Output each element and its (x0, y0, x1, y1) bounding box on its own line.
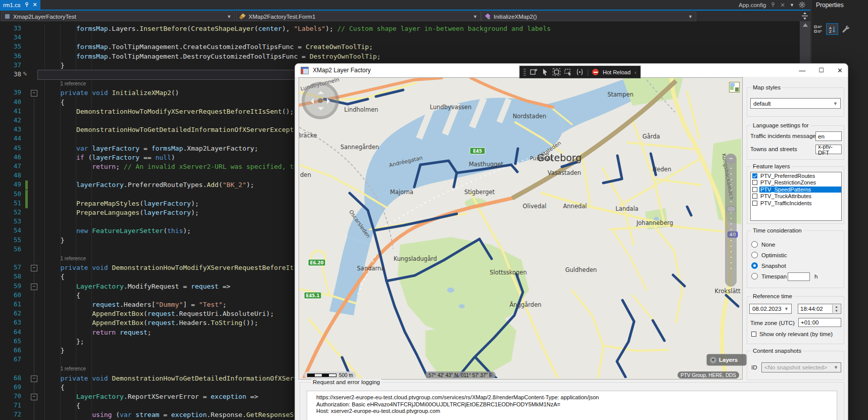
svg-text:Bräcke: Bräcke (299, 132, 317, 139)
layers-button[interactable]: ▼ Layers (706, 354, 747, 366)
zoom-slider[interactable]: + − (725, 154, 737, 287)
code-navigation-bar: Xmap2LayerFactoryTest ▼ XMap2FactoryTest… (0, 11, 810, 21)
map-control[interactable]: E45 E6.20 E45.1 40 Lundbyvassen Lindholm… (299, 77, 743, 380)
timezone-input[interactable]: +01:00 (798, 318, 841, 327)
track-focused-element-icon[interactable] (564, 68, 572, 76)
show-only-relevant-checkbox[interactable]: Show only relevant (by time) (751, 331, 833, 337)
checkbox[interactable] (752, 173, 757, 178)
feature-layer-item[interactable]: PTV_PreferredRoutes (751, 172, 841, 179)
checkbox[interactable] (752, 201, 757, 206)
show-in-source-icon[interactable] (530, 68, 538, 76)
feature-layers-group: Feature layers PTV_PreferredRoutesPTV_Re… (747, 166, 844, 224)
document-tab-strip: rm1.cs ✕ App.config ✕ ▼ (0, 0, 868, 10)
background-doc-title[interactable]: App.config (739, 2, 766, 8)
minimize-button[interactable]: — (799, 67, 805, 74)
split-editor-button[interactable] (800, 11, 810, 21)
maximize-button[interactable]: ☐ (818, 67, 824, 74)
group-title: Request and error logging (311, 379, 381, 385)
properties-title: Properties (816, 2, 844, 9)
feature-layer-item[interactable]: PTV_SpeedPatterns (751, 186, 841, 193)
close-button[interactable]: ✕ (837, 67, 843, 74)
code-line[interactable]: 35 formsMap.ToolTipManagement.CreateCust… (0, 42, 810, 52)
select-element-icon[interactable] (542, 68, 549, 76)
scale-bar (307, 374, 336, 377)
member-dropdown[interactable]: InitializeXMap2() ▼ (481, 12, 696, 21)
time-picker[interactable]: 18:44:02 ▲▼ (798, 304, 841, 314)
svg-text:Z: Z (829, 29, 832, 33)
close-tab-icon[interactable]: ✕ (33, 2, 37, 8)
radio-optimistic[interactable]: Optimistic (751, 252, 787, 258)
svg-text:E6.20: E6.20 (310, 260, 324, 265)
group-title: Language settings for (751, 122, 810, 128)
radio-none[interactable]: None (751, 241, 776, 248)
snapshot-id-select[interactable]: <No snapshot selected>▼ (761, 362, 841, 372)
date-picker[interactable]: 08.02.2023▼ (749, 304, 792, 314)
close-icon[interactable]: ✕ (780, 2, 785, 9)
svg-text:Krokslätt: Krokslätt (715, 288, 741, 295)
document-tab[interactable]: rm1.cs ✕ (0, 0, 40, 10)
pin-icon[interactable] (24, 2, 29, 8)
traffic-language-input[interactable]: en (815, 131, 842, 141)
pan-right-icon[interactable] (327, 98, 333, 104)
code-line[interactable]: 34 (0, 33, 810, 42)
pan-down-icon[interactable] (318, 107, 324, 113)
pan-center-dot[interactable] (318, 98, 323, 103)
collapse-region-icon: − (31, 284, 37, 290)
pan-compass-control[interactable] (302, 82, 339, 119)
zoom-out-icon[interactable]: − (726, 154, 736, 163)
checkbox[interactable] (752, 180, 757, 185)
svg-text:Landala: Landala (615, 205, 638, 212)
hot-reload-icon[interactable] (592, 69, 599, 75)
language-settings-group: Language settings for Traffic incidents … (747, 125, 844, 160)
hot-reload-label[interactable]: Hot Reload (603, 69, 631, 75)
towns-language-input[interactable]: x-ptv-DFT (815, 145, 842, 154)
alphabetical-sort-icon[interactable]: AZ (826, 23, 838, 35)
svg-text:Änggården: Änggården (510, 301, 542, 308)
log-line: Host: xserver2-europe-eu-test.cloud.ptvg… (316, 408, 837, 415)
display-adorners-icon[interactable] (553, 68, 560, 76)
categorized-icon[interactable] (814, 25, 823, 33)
collapse-toolbar-icon[interactable]: ‹ (635, 69, 637, 75)
feature-layer-item[interactable]: PTV_TrafficIncidents (751, 200, 841, 207)
pan-up-icon[interactable] (318, 88, 324, 94)
chevron-down-icon: ▼ (227, 14, 231, 19)
scroll-up-icon[interactable] (803, 23, 808, 27)
feature-layer-item[interactable]: PTV_RestrictionZones (751, 179, 841, 186)
radio-timespan[interactable]: Timespan (751, 273, 787, 279)
collapse-region-icon: − (31, 394, 37, 400)
wrench-icon[interactable] (841, 25, 850, 33)
code-line[interactable]: 33 formsMap.Layers.InsertBefore(CreateSh… (0, 24, 810, 33)
svg-text:Annedal: Annedal (563, 203, 587, 210)
collapse-region-icon: − (31, 90, 37, 97)
chevron-down-icon[interactable]: ▼ (790, 3, 794, 8)
project-icon (5, 14, 10, 19)
request-log-group: Request and error logging https://xserve… (300, 382, 844, 420)
svg-text:Majorna: Majorna (390, 189, 413, 196)
svg-text:Lindholmen: Lindholmen (344, 106, 378, 113)
svg-text:Nordstaden: Nordstaden (513, 113, 547, 120)
feature-layer-item[interactable]: PTV_TruckAttributes (751, 193, 841, 200)
project-dropdown[interactable]: Xmap2LayerFactoryTest ▼ (1, 12, 235, 21)
checkbox[interactable] (752, 187, 757, 192)
pan-left-icon[interactable] (308, 98, 314, 104)
method-icon (485, 14, 491, 20)
timespan-input[interactable] (788, 272, 810, 281)
overview-map-toggle[interactable] (729, 82, 740, 92)
project-dropdown-value: Xmap2LayerFactoryTest (13, 14, 76, 20)
feature-layers-list[interactable]: PTV_PreferredRoutesPTV_RestrictionZonesP… (750, 172, 842, 221)
zoom-slider-thumb[interactable] (727, 206, 736, 212)
class-dropdown[interactable]: XMap2FactoryTest.Form1 ▼ (236, 12, 481, 21)
code-line[interactable]: 36 formsMap.ToolTipManagement.DestroyCus… (0, 52, 810, 61)
svg-text:Vasastaden: Vasastaden (548, 169, 581, 176)
checkbox[interactable] (752, 194, 757, 199)
class-dropdown-value: XMap2FactoryTest.Form1 (249, 14, 315, 20)
time-spinner[interactable]: ▲▼ (832, 305, 840, 313)
request-log-textarea[interactable]: https://xserver2-europe-eu-test.cloud.pt… (307, 391, 837, 420)
gear-icon[interactable] (799, 2, 805, 8)
radio-snapshot[interactable]: Snapshot (751, 262, 786, 269)
svg-text:E45: E45 (473, 149, 482, 154)
show-layout-icon[interactable] (576, 68, 584, 76)
toolbar-grip[interactable] (523, 69, 526, 76)
map-style-select[interactable]: default▼ (750, 98, 841, 109)
pin-icon[interactable] (770, 2, 776, 8)
